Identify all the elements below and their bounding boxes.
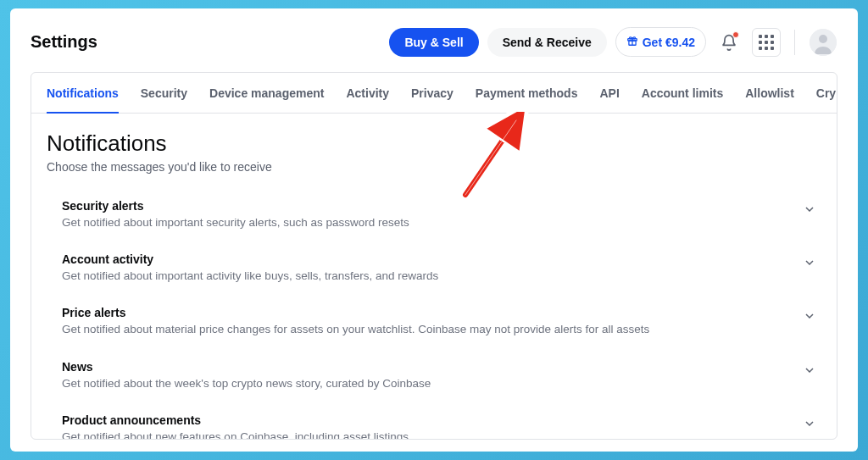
- tab-activity[interactable]: Activity: [346, 73, 389, 114]
- pref-text: NewsGet notified about the week's top cr…: [62, 360, 803, 391]
- tab-payment-methods[interactable]: Payment methods: [476, 73, 578, 114]
- buy-sell-button[interactable]: Buy & Sell: [389, 28, 478, 57]
- pref-title: Account activity: [62, 252, 782, 266]
- chevron-down-icon: [803, 199, 816, 219]
- get-reward-button[interactable]: Get €9.42: [615, 27, 706, 57]
- chevron-down-icon: [803, 360, 816, 380]
- tab-api[interactable]: API: [599, 73, 619, 114]
- notification-dot: [732, 31, 739, 38]
- topbar: Settings Buy & Sell Send & Receive Get €…: [31, 27, 837, 57]
- svg-point-3: [819, 35, 827, 43]
- pref-row-product-announcements[interactable]: Product announcementsGet notified about …: [62, 403, 816, 439]
- settings-window: Settings Buy & Sell Send & Receive Get €…: [10, 8, 858, 452]
- tab-crypto-addresses[interactable]: Crypto addresses: [816, 73, 837, 114]
- top-actions: Buy & Sell Send & Receive Get €9.42: [389, 27, 837, 57]
- pref-text: Product announcementsGet notified about …: [62, 413, 803, 439]
- pref-desc: Get notified about the week's top crypto…: [62, 376, 782, 391]
- pref-title: Security alerts: [62, 199, 782, 213]
- pref-row-security-alerts[interactable]: Security alertsGet notified about import…: [62, 189, 816, 242]
- pref-desc: Get notified about material price change…: [62, 322, 782, 337]
- page-title: Settings: [31, 32, 97, 52]
- section-title: Notifications: [47, 130, 821, 157]
- tab-allowlist[interactable]: Allowlist: [745, 73, 794, 114]
- settings-card: NotificationsSecurityDevice managementAc…: [31, 72, 837, 440]
- pref-row-price-alerts[interactable]: Price alertsGet notified about material …: [62, 296, 816, 349]
- gift-label: Get €9.42: [643, 36, 695, 49]
- chevron-down-icon: [803, 306, 816, 326]
- settings-content: Notifications Choose the messages you'd …: [31, 114, 837, 439]
- tab-device-management[interactable]: Device management: [209, 73, 324, 114]
- apps-menu-button[interactable]: [752, 28, 781, 57]
- preferences-list: Security alertsGet notified about import…: [47, 189, 821, 439]
- tab-privacy[interactable]: Privacy: [411, 73, 453, 114]
- settings-tabs: NotificationsSecurityDevice managementAc…: [31, 73, 837, 114]
- tab-notifications[interactable]: Notifications: [47, 73, 119, 114]
- pref-text: Account activityGet notified about impor…: [62, 252, 803, 284]
- chevron-down-icon: [803, 413, 816, 434]
- notifications-bell-button[interactable]: [715, 28, 743, 57]
- pref-desc: Get notified about new features on Coinb…: [62, 430, 782, 439]
- pref-desc: Get notified about important activity li…: [62, 269, 782, 284]
- divider: [794, 30, 795, 55]
- pref-title: News: [62, 360, 782, 374]
- pref-desc: Get notified about important security al…: [62, 215, 782, 230]
- send-receive-button[interactable]: Send & Receive: [487, 28, 607, 57]
- pref-title: Price alerts: [62, 306, 782, 319]
- apps-icon: [759, 35, 774, 50]
- section-subtitle: Choose the messages you'd like to receiv…: [47, 160, 821, 174]
- pref-title: Product announcements: [62, 413, 782, 427]
- pref-text: Price alertsGet notified about material …: [62, 306, 803, 337]
- chevron-down-icon: [803, 252, 816, 273]
- pref-text: Security alertsGet notified about import…: [62, 199, 803, 230]
- account-avatar-button[interactable]: [809, 28, 837, 57]
- tab-security[interactable]: Security: [141, 73, 187, 114]
- tab-account-limits[interactable]: Account limits: [642, 73, 723, 114]
- pref-row-account-activity[interactable]: Account activityGet notified about impor…: [62, 242, 816, 296]
- gift-icon: [626, 35, 638, 49]
- avatar-icon: [810, 29, 837, 56]
- pref-row-news[interactable]: NewsGet notified about the week's top cr…: [62, 350, 816, 403]
